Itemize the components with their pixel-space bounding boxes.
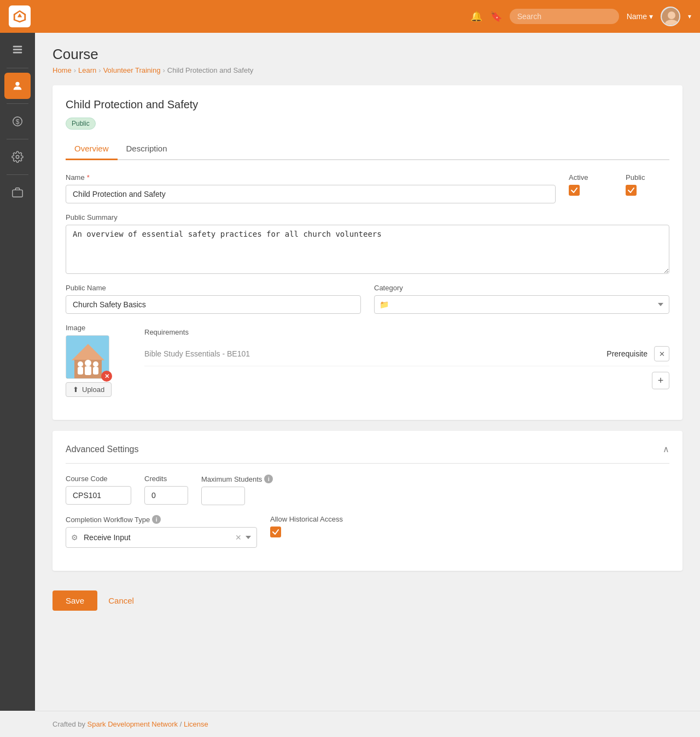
form-group-public: Public: [626, 173, 669, 196]
app-body: $ Course Home › Learn › Volunteer Traini…: [0, 33, 700, 711]
sidebar-divider-2: [7, 103, 28, 104]
breadcrumb-home[interactable]: Home: [52, 66, 72, 74]
breadcrumb-sep-1: ›: [74, 66, 76, 74]
public-checkbox[interactable]: [626, 185, 637, 196]
form-row-name: Name * Active Public: [66, 173, 669, 203]
workflow-info-icon[interactable]: i: [152, 515, 161, 524]
workflow-label: Completion Workflow Type i: [66, 515, 257, 524]
category-label: Category: [374, 284, 669, 292]
footer-spark-link[interactable]: Spark Development Network: [88, 720, 178, 728]
course-card: Child Protection and Safety Public Overv…: [52, 85, 682, 420]
advanced-settings-header[interactable]: Advanced Settings ∧: [66, 444, 669, 464]
max-students-label: Maximum Students i: [201, 475, 669, 483]
collapse-icon: ∧: [663, 444, 669, 454]
sidebar: $: [0, 33, 35, 711]
public-label: Public: [626, 173, 669, 182]
course-code-label: Course Code: [66, 475, 131, 483]
image-remove-button[interactable]: ✕: [101, 371, 112, 382]
sidebar-item-docs[interactable]: [4, 37, 31, 63]
active-label: Active: [569, 173, 612, 182]
workflow-select[interactable]: Receive Input: [66, 527, 257, 548]
form-group-workflow: Completion Workflow Type i ⚙ Receive Inp…: [66, 515, 257, 548]
footer-license-link[interactable]: License: [184, 720, 208, 728]
requirement-name: Bible Study Essentials - BE101: [144, 349, 600, 358]
svg-point-17: [93, 361, 98, 367]
form-group-summary: Public Summary An overview of essential …: [66, 213, 669, 274]
tab-description[interactable]: Description: [118, 138, 176, 160]
sidebar-item-tools[interactable]: [4, 179, 31, 206]
form-group-name: Name *: [66, 173, 556, 203]
required-indicator: *: [87, 173, 90, 182]
historical-checkbox-wrapper: [270, 527, 358, 537]
breadcrumb-learn[interactable]: Learn: [78, 66, 96, 74]
form-group-max-students: Maximum Students i: [201, 475, 669, 505]
breadcrumb-sep-3: ›: [162, 66, 165, 74]
svg-rect-5: [13, 52, 22, 54]
svg-rect-16: [85, 366, 91, 375]
notifications-icon[interactable]: 🔔: [470, 10, 482, 22]
active-checkbox-wrapper: [569, 185, 612, 196]
user-dropdown-arrow: ▾: [649, 12, 653, 21]
svg-rect-4: [13, 49, 22, 50]
breadcrumb: Home › Learn › Volunteer Training › Chil…: [52, 66, 682, 74]
form-row-public-name: Public Name Category 📁: [66, 284, 669, 314]
upload-button[interactable]: ⬆ Upload: [66, 382, 112, 397]
advanced-title: Advanced Settings: [66, 444, 138, 454]
category-select-wrap: 📁: [374, 295, 669, 314]
sidebar-divider-4: [7, 174, 28, 175]
form-row-summary: Public Summary An overview of essential …: [66, 213, 669, 274]
breadcrumb-sep-2: ›: [98, 66, 101, 74]
name-input[interactable]: [66, 185, 556, 203]
image-label: Image: [66, 324, 131, 332]
sidebar-item-people[interactable]: [4, 73, 31, 99]
active-checkbox[interactable]: [569, 185, 580, 196]
image-preview: ✕: [66, 335, 109, 379]
requirements-label: Requirements: [144, 328, 669, 336]
top-nav-right: 🔔 🔖 Name ▾ ▾: [470, 7, 691, 26]
svg-point-15: [85, 360, 91, 366]
footer-crafted-text: Crafted by: [52, 720, 88, 728]
app-logo[interactable]: [9, 5, 31, 27]
breadcrumb-current: Child Protection and Safety: [167, 66, 254, 74]
requirement-type: Prerequisite: [606, 349, 648, 358]
public-name-input[interactable]: [66, 295, 361, 314]
save-button[interactable]: Save: [52, 590, 97, 611]
course-tabs: Overview Description: [66, 138, 669, 160]
credits-label: Credits: [144, 475, 188, 483]
top-nav: 🔔 🔖 Name ▾ ▾: [0, 0, 700, 33]
name-label: Name *: [66, 173, 556, 182]
credits-input[interactable]: [144, 486, 188, 505]
svg-rect-18: [93, 367, 98, 375]
tab-overview[interactable]: Overview: [66, 138, 118, 160]
sidebar-divider-1: [7, 68, 28, 68]
user-name-label: Name: [627, 12, 647, 21]
user-menu[interactable]: Name ▾: [627, 12, 653, 21]
page-title: Course: [52, 46, 682, 63]
advanced-row-1: Course Code Credits Maximum Students i: [66, 475, 669, 505]
add-requirement-button[interactable]: +: [652, 372, 669, 389]
max-students-info-icon[interactable]: i: [264, 475, 273, 483]
course-code-input[interactable]: [66, 486, 131, 505]
summary-label: Public Summary: [66, 213, 669, 221]
bookmarks-icon[interactable]: 🔖: [490, 10, 502, 22]
category-select[interactable]: [374, 295, 669, 314]
svg-point-13: [78, 361, 83, 367]
sidebar-item-settings[interactable]: [4, 144, 31, 170]
form-group-active: Active: [569, 173, 612, 196]
main-content: Course Home › Learn › Volunteer Training…: [35, 33, 700, 711]
historical-checkbox[interactable]: [270, 527, 281, 537]
requirement-remove-button[interactable]: ✕: [654, 346, 669, 361]
sidebar-item-finance[interactable]: $: [4, 108, 31, 134]
user-chevron-icon[interactable]: ▾: [688, 13, 691, 20]
footer-separator: /: [178, 720, 184, 728]
max-students-input[interactable]: [201, 487, 245, 505]
breadcrumb-volunteer-training[interactable]: Volunteer Training: [103, 66, 161, 74]
workflow-clear-button[interactable]: ✕: [235, 533, 242, 542]
requirements-section: Requirements Bible Study Essentials - BE…: [144, 328, 669, 389]
avatar[interactable]: [661, 7, 680, 26]
form-group-requirements: Requirements Bible Study Essentials - BE…: [144, 324, 669, 389]
cancel-button[interactable]: Cancel: [104, 590, 138, 611]
form-group-image: Image: [66, 324, 131, 397]
search-input[interactable]: [510, 9, 619, 24]
summary-textarea[interactable]: An overview of essential safety practice…: [66, 225, 669, 274]
